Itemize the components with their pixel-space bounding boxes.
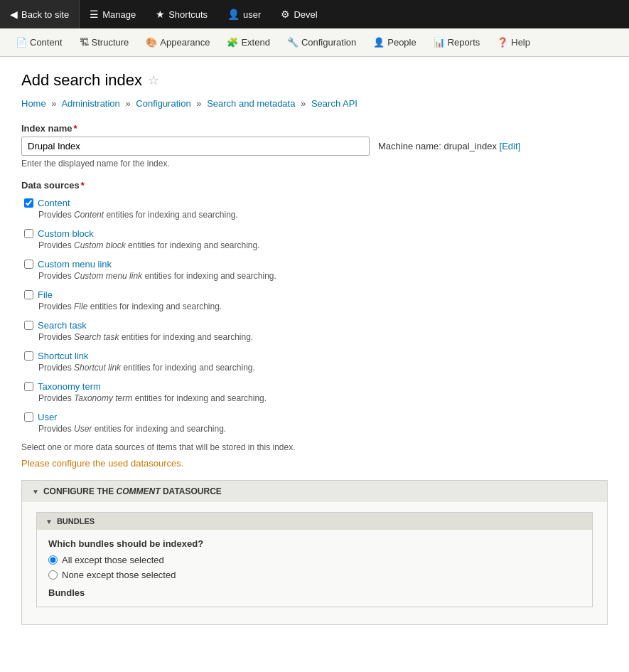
datasource-custom-block-checkbox[interactable]	[24, 229, 33, 238]
nav-configuration[interactable]: 🔧 Configuration	[279, 28, 365, 57]
bundles-body: Which bundles should be indexed? All exc…	[37, 530, 592, 607]
nav-people[interactable]: 👤 People	[365, 28, 424, 57]
page-title-text: Add search index	[21, 71, 142, 90]
bundle-none-radio[interactable]	[48, 570, 58, 580]
nav-reports-label: Reports	[448, 37, 480, 48]
page-title: Add search index ☆	[21, 71, 608, 90]
shortcuts-label: Shortcuts	[168, 9, 208, 20]
datasource-custom-menu-link-desc: Provides Custom menu link entities for i…	[24, 271, 608, 281]
content-icon: 📄	[16, 37, 27, 48]
nav-extend-label: Extend	[241, 37, 269, 48]
back-to-site-button[interactable]: ◀ Back to site	[0, 0, 80, 28]
datasource-user-desc: Provides User entities for indexing and …	[24, 424, 608, 434]
shortcuts-menu-item[interactable]: ★ Shortcuts	[146, 0, 217, 28]
datasource-user-name[interactable]: User	[38, 412, 57, 422]
index-name-label: Index name*	[21, 123, 608, 134]
datasource-content: Content Provides Content entities for in…	[21, 198, 608, 220]
data-sources-label: Data sources*	[21, 180, 608, 191]
datasource-content-checkbox[interactable]	[24, 198, 33, 208]
nav-appearance[interactable]: 🎨 Appearance	[137, 28, 218, 57]
breadcrumb-home[interactable]: Home	[21, 98, 46, 109]
bundle-none-label: None except those selected	[62, 570, 176, 580]
manage-label: Manage	[102, 9, 136, 20]
datasource-file-desc: Provides File entities for indexing and …	[24, 302, 608, 311]
configure-section-title: CONFIGURE THE COMMENT DATASOURCE	[43, 486, 222, 496]
user-icon: 👤	[227, 9, 240, 20]
page-content: Add search index ☆ Home » Administration…	[0, 57, 629, 639]
favorite-star-icon[interactable]: ☆	[148, 73, 159, 88]
extend-icon: 🧩	[227, 37, 238, 48]
manage-menu-item[interactable]: ☰ Manage	[80, 0, 146, 28]
datasource-shortcut-link-name[interactable]: Shortcut link	[38, 351, 89, 361]
configure-datasources-link[interactable]: Please configure the used datasources.	[21, 458, 183, 469]
datasource-user-checkbox[interactable]	[24, 412, 33, 422]
nav-extend[interactable]: 🧩 Extend	[218, 28, 278, 57]
nav-help-label: Help	[511, 37, 530, 48]
datasource-taxonomy-term: Taxonomy term Provides Taxonomy term ent…	[21, 381, 608, 403]
bundles-question: Which bundles should be indexed?	[48, 538, 581, 549]
devel-label: Devel	[294, 9, 317, 20]
datasource-search-task-checkbox[interactable]	[24, 321, 33, 330]
devel-icon: ⚙	[281, 9, 290, 20]
help-icon: ❓	[497, 37, 508, 48]
nav-content[interactable]: 📄 Content	[7, 28, 71, 57]
appearance-icon: 🎨	[146, 37, 157, 48]
bundle-option-none: None except those selected	[48, 570, 581, 580]
datasource-file-name[interactable]: File	[38, 289, 53, 300]
datasource-custom-block-desc: Provides Custom block entities for index…	[24, 240, 608, 250]
nav-help[interactable]: ❓ Help	[488, 28, 539, 57]
breadcrumb-administration[interactable]: Administration	[61, 98, 119, 109]
bundle-all-label: All except those selected	[62, 555, 164, 565]
datasource-custom-menu-link-name[interactable]: Custom menu link	[38, 259, 112, 270]
datasource-file-checkbox[interactable]	[24, 290, 33, 299]
datasource-shortcut-link-desc: Provides Shortcut link entities for inde…	[24, 363, 608, 373]
back-label: Back to site	[21, 9, 69, 20]
index-name-input[interactable]	[21, 137, 370, 156]
datasource-shortcut-link-checkbox[interactable]	[24, 351, 33, 361]
datasource-search-task-name[interactable]: Search task	[38, 320, 87, 331]
datasource-custom-menu-link-checkbox[interactable]	[24, 260, 33, 269]
user-label: user	[243, 9, 261, 20]
bundles-label: Bundles	[48, 587, 581, 598]
datasource-file: File Provides File entities for indexing…	[21, 289, 608, 311]
configure-comment-section: ▼ CONFIGURE THE COMMENT DATASOURCE ▼ BUN…	[21, 480, 608, 625]
bundles-title: BUNDLES	[57, 517, 95, 526]
people-icon: 👤	[373, 37, 385, 48]
nav-structure[interactable]: 🏗 Structure	[71, 28, 138, 57]
breadcrumb-search-api[interactable]: Search API	[311, 98, 357, 109]
datasource-content-name[interactable]: Content	[38, 198, 70, 208]
breadcrumb-configuration[interactable]: Configuration	[136, 98, 190, 109]
secondary-nav: 📄 Content 🏗 Structure 🎨 Appearance 🧩 Ext…	[0, 28, 629, 57]
bundles-header[interactable]: ▼ BUNDLES	[37, 513, 592, 530]
datasource-taxonomy-term-checkbox[interactable]	[24, 382, 33, 391]
select-note: Select one or more data sources of items…	[21, 442, 608, 452]
configuration-icon: 🔧	[287, 37, 299, 48]
nav-reports[interactable]: 📊 Reports	[425, 28, 489, 57]
devel-menu-item[interactable]: ⚙ Devel	[271, 0, 327, 28]
nav-structure-label: Structure	[92, 37, 129, 48]
configure-section-body: ▼ BUNDLES Which bundles should be indexe…	[22, 502, 607, 624]
datasource-custom-menu-link: Custom menu link Provides Custom menu li…	[21, 259, 608, 281]
datasource-search-task-desc: Provides Search task entities for indexi…	[24, 332, 608, 342]
collapse-triangle-icon: ▼	[32, 488, 39, 496]
breadcrumb-search-metadata[interactable]: Search and metadata	[207, 98, 295, 109]
datasource-taxonomy-term-desc: Provides Taxonomy term entities for inde…	[24, 393, 608, 403]
bundle-option-all: All except those selected	[48, 555, 581, 565]
datasource-taxonomy-term-name[interactable]: Taxonomy term	[38, 381, 101, 392]
data-sources-section: Data sources* Content Provides Content e…	[21, 180, 608, 469]
datasource-user: User Provides User entities for indexing…	[21, 412, 608, 434]
configure-link: Please configure the used datasources.	[21, 458, 608, 469]
configure-comment-header[interactable]: ▼ CONFIGURE THE COMMENT DATASOURCE	[22, 481, 607, 502]
nav-configuration-label: Configuration	[301, 37, 356, 48]
machine-name-edit-link[interactable]: [Edit]	[500, 141, 521, 151]
datasource-custom-block: Custom block Provides Custom block entit…	[21, 228, 608, 250]
datasource-shortcut-link: Shortcut link Provides Shortcut link ent…	[21, 351, 608, 373]
machine-name-display: Machine name: drupal_index [Edit]	[378, 141, 520, 151]
manage-icon: ☰	[90, 9, 99, 20]
breadcrumb: Home » Administration » Configuration » …	[21, 98, 608, 109]
datasource-custom-block-name[interactable]: Custom block	[38, 228, 94, 239]
back-icon: ◀	[10, 9, 18, 20]
datasource-search-task: Search task Provides Search task entitie…	[21, 320, 608, 342]
user-menu-item[interactable]: 👤 user	[217, 0, 271, 28]
bundle-all-radio[interactable]	[48, 555, 58, 565]
